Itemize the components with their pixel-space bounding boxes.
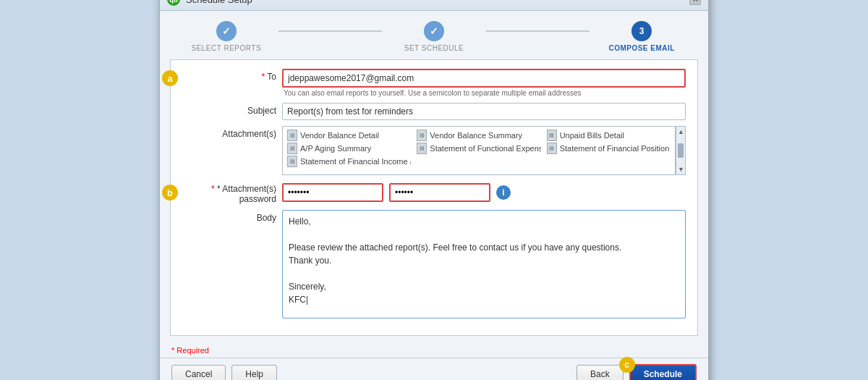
back-button[interactable]: Back [576, 365, 624, 380]
subject-label: Subject [182, 103, 276, 116]
attachments-box: ▤ Vendor Balance Detail ▤ Vendor Balance… [282, 126, 676, 175]
att-label: Statement of Financial Position [560, 144, 670, 153]
att-label: Unpaid Bills Detail [560, 131, 624, 140]
step-set-schedule: ✓ SET SCHEDULE [382, 21, 486, 52]
att-file-icon: ▤ [547, 143, 557, 154]
step-connector-2 [486, 30, 590, 32]
to-label: * To [182, 69, 276, 82]
footer-right-buttons: Back c Schedule [576, 364, 697, 380]
step-connector-1 [278, 30, 383, 32]
att-file-icon: ▤ [287, 130, 297, 141]
to-input[interactable] [282, 69, 686, 88]
password-fields: i [282, 183, 511, 202]
password-row: b * * Attachment(s) password i [182, 181, 686, 204]
dialog-footer: Cancel Help Back c Schedule [160, 358, 708, 380]
required-note: * Required [160, 343, 708, 358]
att-file-icon: ▤ [417, 130, 427, 141]
qb-logo-icon: qb [167, 0, 180, 6]
step-select-reports: ✓ SELECT REPORTS [174, 21, 278, 52]
step-3-label: COMPOSE EMAIL [608, 44, 675, 52]
close-button[interactable]: ✕ [689, 0, 701, 5]
subject-input[interactable] [282, 103, 686, 120]
subject-row: Subject [182, 103, 686, 120]
cancel-button[interactable]: Cancel [171, 365, 226, 380]
att-label: Vendor Balance Summary [430, 131, 522, 140]
att-file-icon: ▤ [547, 130, 557, 141]
footer-left-buttons: Cancel Help [171, 365, 277, 380]
info-button[interactable]: i [496, 185, 511, 200]
attachment-item: ▤ Vendor Balance Summary [417, 130, 540, 141]
body-textarea[interactable]: Hello, Please review the attached report… [282, 210, 686, 318]
password-label: * * Attachment(s) password [182, 181, 276, 204]
schedule-setup-dialog: qb Schedule Setup ✕ ✓ SELECT REPORTS ✓ S… [159, 0, 709, 380]
step-2-symbol: ✓ [430, 25, 438, 37]
scroll-thumb[interactable] [678, 143, 684, 158]
attachments-grid: ▤ Vendor Balance Detail ▤ Vendor Balance… [283, 127, 675, 170]
att-file-icon: ▤ [287, 156, 297, 167]
attachment-item: ▤ Statement of Financial Position [547, 143, 671, 154]
body-field: Hello, Please review the attached report… [282, 210, 686, 321]
attachment-item: ▤ Unpaid Bills Detail [547, 130, 671, 141]
password-confirm-input[interactable] [389, 183, 490, 202]
att-label: A/P Aging Summary [300, 144, 371, 153]
att-label: Statement of Financial Income and Expens… [300, 157, 411, 166]
att-file-icon: ▤ [287, 143, 297, 154]
badge-b: b [162, 185, 178, 200]
to-field: You can also email reports to yourself. … [282, 69, 686, 97]
attachments-row: Attachment(s) ▤ Vendor Balance Detail ▤ … [182, 126, 686, 175]
subject-field [282, 103, 686, 120]
to-row: a * To You can also email reports to you… [182, 69, 686, 97]
attachments-label: Attachment(s) [182, 126, 276, 139]
schedule-button[interactable]: Schedule [629, 364, 697, 380]
title-bar: qb Schedule Setup ✕ [160, 0, 708, 11]
step-2-label: SET SCHEDULE [404, 44, 464, 52]
attachment-item: ▤ Statement of Financial Income and Expe… [287, 156, 411, 167]
step-1-label: SELECT REPORTS [191, 44, 261, 52]
att-label: Vendor Balance Detail [300, 131, 379, 140]
badge-a: a [162, 70, 178, 86]
att-label: Statement of Functional Expenses (990) [430, 144, 540, 153]
attachments-field: ▤ Vendor Balance Detail ▤ Vendor Balance… [282, 126, 686, 175]
badge-c: c [619, 357, 635, 373]
scroll-down-button[interactable]: ▼ [676, 164, 685, 174]
attachment-item: ▤ Statement of Functional Expenses (990) [417, 143, 540, 154]
att-file-icon: ▤ [417, 143, 427, 154]
schedule-btn-wrapper: c Schedule [629, 364, 697, 380]
stepper: ✓ SELECT REPORTS ✓ SET SCHEDULE 3 COMPOS… [160, 11, 708, 59]
body-label: Body [182, 210, 276, 223]
attachment-item: ▤ Vendor Balance Detail [287, 130, 411, 141]
step-3-circle: 3 [631, 21, 652, 41]
attachment-item: ▤ A/P Aging Summary [287, 143, 411, 154]
body-row: Body Hello, Please review the attached r… [182, 210, 686, 321]
password-input[interactable] [282, 183, 383, 202]
form-content: a * To You can also email reports to you… [170, 59, 698, 336]
to-hint: You can also email reports to yourself. … [284, 89, 686, 97]
step-1-circle: ✓ [216, 21, 237, 41]
step-compose-email: 3 COMPOSE EMAIL [590, 21, 694, 52]
step-3-symbol: 3 [639, 26, 644, 36]
step-1-symbol: ✓ [222, 25, 231, 37]
step-2-circle: ✓ [424, 21, 444, 41]
help-button[interactable]: Help [231, 365, 277, 380]
scroll-up-button[interactable]: ▲ [676, 127, 685, 137]
dialog-title: Schedule Setup [186, 0, 252, 5]
